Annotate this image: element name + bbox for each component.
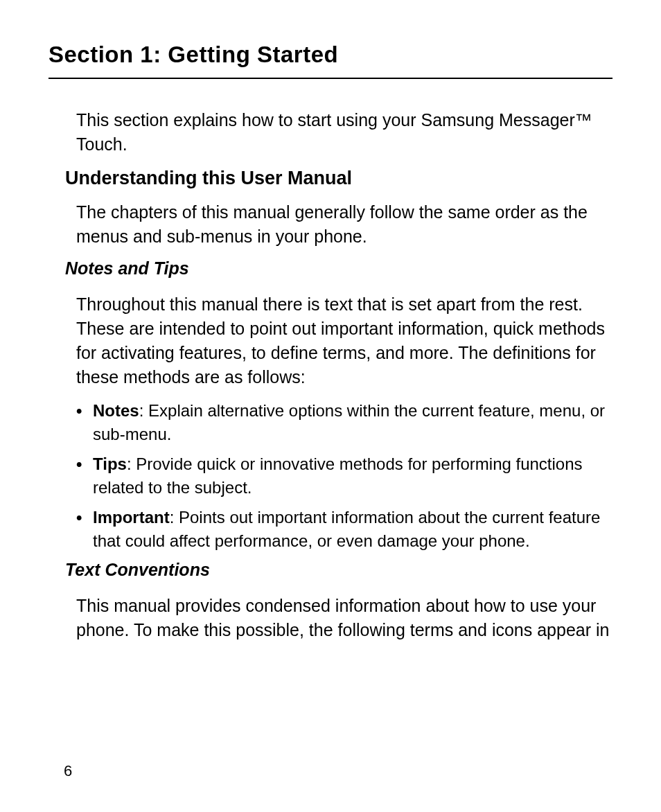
understanding-body: The chapters of this manual generally fo… [76, 200, 612, 249]
notes-text: : Explain alternative options within the… [93, 401, 605, 443]
definitions-list: • Notes: Explain alternative options wit… [76, 399, 612, 553]
text-conventions-heading: Text Conventions [65, 560, 612, 580]
list-item-notes: • Notes: Explain alternative options wit… [76, 399, 612, 445]
list-item-important: • Important: Points out important inform… [76, 506, 612, 552]
page-number: 6 [64, 762, 72, 780]
bullet-icon: • [76, 506, 93, 552]
understanding-heading: Understanding this User Manual [65, 168, 612, 189]
important-label: Important [93, 508, 170, 527]
text-conventions-body: This manual provides condensed informati… [76, 594, 612, 642]
notes-label: Notes [93, 401, 139, 420]
list-item-tips: • Tips: Provide quick or innovative meth… [76, 452, 612, 499]
notes-tips-heading: Notes and Tips [65, 258, 612, 279]
notes-tips-intro: Throughout this manual there is text tha… [76, 292, 612, 389]
list-item-content: Notes: Explain alternative options withi… [93, 399, 612, 445]
important-text: : Points out important information about… [93, 508, 600, 550]
bullet-icon: • [76, 452, 93, 499]
bullet-icon: • [76, 399, 93, 445]
list-item-content: Important: Points out important informat… [93, 506, 612, 552]
tips-text: : Provide quick or innovative methods fo… [93, 454, 583, 497]
list-item-content: Tips: Provide quick or innovative method… [93, 452, 612, 499]
tips-label: Tips [93, 454, 127, 473]
section-intro: This section explains how to start using… [76, 108, 612, 157]
section-title: Section 1: Getting Started [49, 42, 612, 79]
